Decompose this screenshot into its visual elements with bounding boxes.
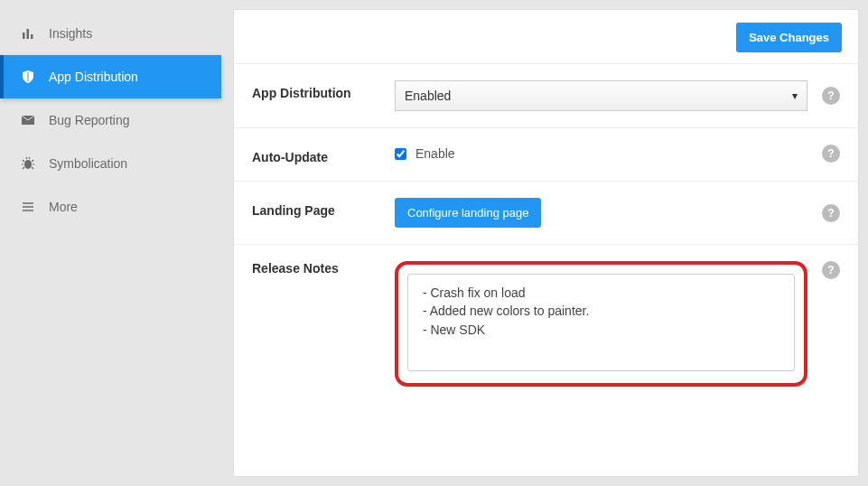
auto-update-checkbox-wrap[interactable]: Enable (395, 146, 455, 161)
sidebar-item-label: More (49, 200, 78, 214)
menu-icon (20, 199, 36, 215)
sidebar-item-label: Insights (49, 26, 92, 41)
sidebar-item-bug-reporting[interactable]: Bug Reporting (0, 98, 221, 142)
row-app-distribution: App Distribution Enabled ? (234, 63, 858, 127)
help-icon[interactable]: ? (822, 87, 840, 105)
bar-chart-icon (20, 25, 36, 42)
checkbox-label: Enable (415, 146, 455, 161)
svg-rect-0 (23, 33, 25, 39)
row-release-notes: Release Notes ? (234, 244, 858, 403)
select-value: Enabled (405, 89, 451, 103)
save-changes-button[interactable]: Save Changes (736, 23, 842, 52)
svg-point-3 (24, 160, 32, 169)
sidebar-item-symbolication[interactable]: Symbolication (0, 142, 221, 185)
sidebar-item-app-distribution[interactable]: App Distribution (0, 55, 221, 98)
sidebar-item-label: Symbolication (49, 156, 127, 171)
label-release-notes: Release Notes (252, 261, 395, 276)
configure-landing-page-button[interactable]: Configure landing page (395, 198, 541, 228)
label-app-distribution: App Distribution (252, 80, 395, 100)
svg-rect-2 (31, 34, 33, 39)
release-notes-textarea[interactable] (407, 274, 795, 371)
help-icon[interactable]: ? (822, 145, 840, 163)
label-auto-update: Auto-Update (252, 145, 395, 164)
envelope-icon (20, 112, 36, 128)
shield-icon (20, 69, 36, 85)
sidebar-item-label: Bug Reporting (49, 113, 130, 127)
svg-rect-1 (27, 29, 30, 39)
main-panel: Save Changes App Distribution Enabled ? … (233, 9, 859, 477)
row-auto-update: Auto-Update Enable ? (234, 127, 858, 181)
panel-header: Save Changes (234, 10, 858, 63)
sidebar: Insights App Distribution Bug Reporting … (0, 9, 221, 477)
sidebar-item-insights[interactable]: Insights (0, 12, 221, 55)
app-distribution-select[interactable]: Enabled (395, 80, 807, 111)
bug-icon (20, 155, 36, 172)
label-landing-page: Landing Page (252, 198, 395, 218)
help-icon[interactable]: ? (822, 204, 840, 222)
help-icon[interactable]: ? (822, 261, 840, 279)
sidebar-item-label: App Distribution (49, 70, 138, 84)
release-notes-highlight (395, 261, 807, 387)
sidebar-item-more[interactable]: More (0, 185, 221, 229)
row-landing-page: Landing Page Configure landing page ? (234, 181, 858, 244)
auto-update-checkbox[interactable] (395, 148, 406, 160)
